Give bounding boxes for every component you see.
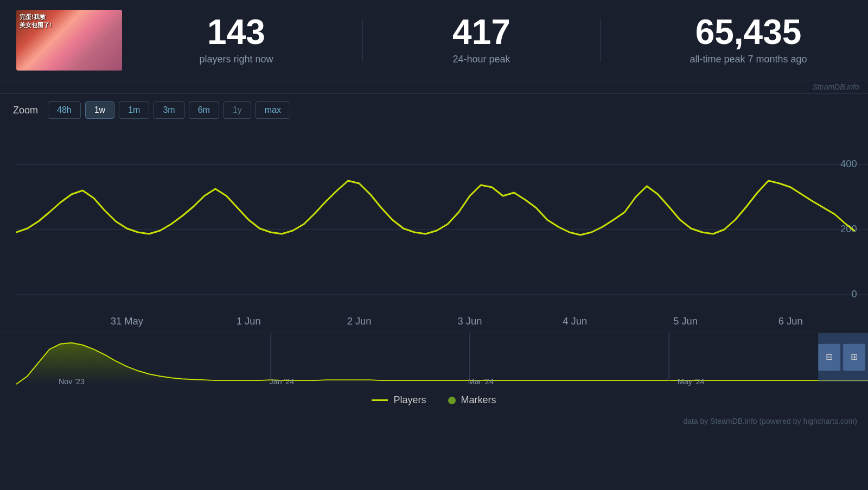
header: 143 players right now 417 24-hour peak 6… [0,0,868,80]
svg-text:400: 400 [840,158,857,169]
svg-text:3 Jun: 3 Jun [458,316,482,327]
svg-text:Nov '23: Nov '23 [59,377,85,386]
svg-text:Jan '24: Jan '24 [270,377,295,386]
watermark-bar: SteamDB.info [0,80,868,94]
alltime-peak-label: all-time peak 7 months ago [690,54,807,65]
zoom-48h[interactable]: 48h [48,101,81,119]
svg-text:Mar '24: Mar '24 [468,377,494,386]
stat-divider-1 [362,18,363,62]
attribution: data by SteamDB.info (powered by highcha… [0,413,868,429]
legend-players: Players [372,394,426,406]
legend: Players Markers [0,387,868,413]
stat-divider-2 [600,18,601,62]
legend-markers: Markers [448,394,496,406]
watermark-text: SteamDB.info [813,82,859,91]
current-players-number: 143 [199,15,273,49]
game-thumbnail [16,10,122,71]
svg-text:31 May: 31 May [111,316,144,327]
legend-players-label: Players [393,394,426,406]
svg-text:⊞: ⊞ [851,352,858,362]
zoom-3m[interactable]: 3m [154,101,184,119]
zoom-1m[interactable]: 1m [119,101,149,119]
main-chart-container: 400 200 0 31 May 1 Jun 2 Jun 3 Jun 4 Jun… [0,126,868,333]
main-chart-svg: 400 200 0 31 May 1 Jun 2 Jun 3 Jun 4 Jun… [16,132,868,333]
legend-markers-label: Markers [461,394,496,406]
zoom-controls: Zoom 48h 1w 1m 3m 6m 1y max [0,94,868,126]
svg-text:4 Jun: 4 Jun [563,316,587,327]
zoom-6m[interactable]: 6m [189,101,219,119]
legend-players-line [372,399,388,401]
stat-current-players: 143 players right now [199,15,273,65]
legend-markers-dot [448,397,456,404]
svg-marker-13 [16,343,868,384]
24h-peak-label: 24-hour peak [452,54,510,65]
svg-text:1 Jun: 1 Jun [237,316,261,327]
zoom-label: Zoom [13,105,38,116]
mini-chart-container: Nov '23 Jan '24 Mar '24 May '24 ⊟ ⊞ [0,333,868,387]
current-players-label: players right now [199,54,273,65]
svg-text:6 Jun: 6 Jun [778,316,803,327]
svg-text:5 Jun: 5 Jun [673,316,698,327]
svg-text:0: 0 [851,289,857,300]
stat-alltime-peak: 65,435 all-time peak 7 months ago [690,15,807,65]
stat-24h-peak: 417 24-hour peak [452,15,510,65]
alltime-peak-number: 65,435 [690,15,807,49]
stat-group: 143 players right now 417 24-hour peak 6… [155,15,852,65]
attribution-text: data by SteamDB.info (powered by highcha… [683,417,857,425]
24h-peak-number: 417 [452,15,510,49]
svg-text:⊟: ⊟ [826,352,833,362]
zoom-1y[interactable]: 1y [224,101,251,119]
zoom-1w[interactable]: 1w [85,101,114,119]
svg-text:2 Jun: 2 Jun [347,316,372,327]
mini-chart-svg: Nov '23 Jan '24 Mar '24 May '24 ⊟ ⊞ [16,333,868,387]
svg-text:May '24: May '24 [678,377,705,386]
zoom-max[interactable]: max [256,101,290,119]
